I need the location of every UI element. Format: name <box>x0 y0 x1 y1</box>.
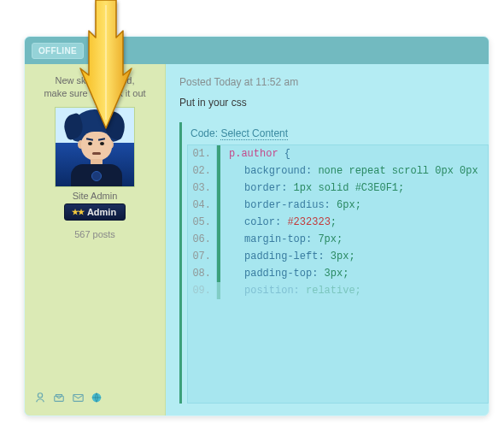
code-line: 08. padding-top: 3px; <box>188 265 488 282</box>
author-sidebar: New sk leased, make sure check it out <box>25 64 166 415</box>
select-content-link[interactable]: Select Content <box>220 127 288 140</box>
pm-icon[interactable] <box>52 392 66 404</box>
star-icon: ★★ <box>72 208 84 216</box>
code-area[interactable]: 01. p.author { 02. background: none repe… <box>187 144 489 404</box>
code-line: 03. border: 1px solid #C3E0F1; <box>188 180 488 197</box>
forum-post-panel: OFFLINE dow New sk leased, make sure che… <box>24 36 489 416</box>
post-header: OFFLINE dow <box>25 37 489 64</box>
code-line: 01. p.author { <box>188 145 488 162</box>
post-count: 567 posts <box>74 229 115 239</box>
code-label: Code: <box>190 127 218 139</box>
www-icon[interactable] <box>90 392 103 404</box>
code-header: Code: Select Content <box>187 122 489 144</box>
code-box: Code: Select Content 01. p.author { <box>179 122 489 404</box>
post-timestamp: Posted Today at 11:52 am <box>179 76 489 88</box>
code-line: 09. position: relative; <box>188 282 488 299</box>
profile-icon[interactable] <box>33 392 47 404</box>
admin-badge-label: Admin <box>87 207 116 217</box>
code-line: 07. padding-left: 3px; <box>188 248 488 265</box>
code-line: 06. margin-top: 7px; <box>188 231 488 248</box>
username-link[interactable]: dow <box>91 44 109 56</box>
svg-point-0 <box>38 393 42 398</box>
email-icon[interactable] <box>71 392 85 404</box>
code-line: 02. background: none repeat scroll 0px 0… <box>188 162 488 180</box>
code-line: 04. border-radius: 6px; <box>188 197 488 214</box>
post-content: Posted Today at 11:52 am Put in your css… <box>166 64 489 415</box>
author-action-icons <box>30 386 160 409</box>
post-body-text: Put in your css <box>179 97 489 109</box>
admin-badge: ★★ Admin <box>64 203 126 221</box>
author-tagline: New sk leased, make sure check it out <box>30 73 160 107</box>
status-badge: OFFLINE <box>32 43 84 59</box>
code-line: 05. color: #232323; <box>188 214 488 231</box>
author-role: Site Admin <box>73 191 118 201</box>
avatar[interactable] <box>55 107 135 187</box>
